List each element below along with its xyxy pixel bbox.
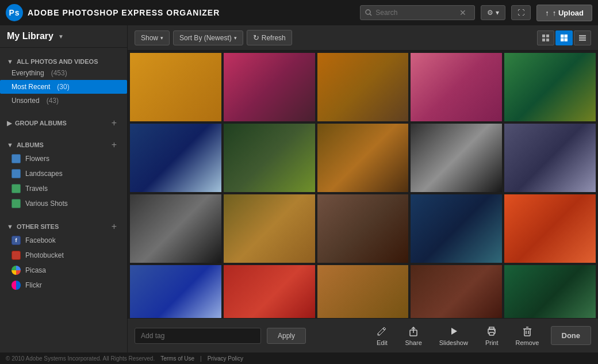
picasa-label: Picasa (25, 266, 46, 274)
show-label: Show (141, 34, 158, 42)
app-logo: Ps ADOBE PHOTOSHOP EXPRESS ORGANIZER (6, 4, 354, 21)
photo-cell[interactable] (130, 265, 221, 318)
photo-cell[interactable] (224, 124, 315, 192)
my-library-arrow: ▼ (58, 33, 64, 40)
photo-cell[interactable] (130, 53, 221, 121)
my-library-header[interactable]: My Library ▼ (0, 25, 127, 48)
photo-cell[interactable] (130, 124, 221, 192)
svg-rect-2 (542, 35, 545, 37)
apply-button[interactable]: Apply (267, 328, 306, 344)
albums-add-icon[interactable]: + (112, 140, 117, 150)
photo-cell[interactable] (317, 265, 409, 318)
other-sites-header[interactable]: ▼ OTHER SITES + (0, 218, 127, 233)
show-arrow-icon: ▾ (160, 35, 163, 41)
sidebar-item-flickr[interactable]: Flickr (0, 278, 127, 293)
all-photos-header[interactable]: ▼ ALL PHOTOS AND VIDEOS (0, 55, 127, 66)
edit-label: Edit (377, 339, 388, 346)
photo-cell[interactable] (224, 265, 315, 318)
main-area: My Library ▼ ▼ ALL PHOTOS AND VIDEOS Eve… (0, 25, 598, 352)
photo-cell[interactable] (411, 124, 502, 192)
photo-cell[interactable] (224, 194, 315, 263)
list-icon (578, 34, 586, 42)
sidebar-item-most-recent[interactable]: Most Recent (30) (0, 80, 127, 94)
svg-rect-3 (546, 35, 549, 37)
sidebar-item-flowers[interactable]: Flowers (0, 151, 127, 166)
sidebar-item-facebook[interactable]: f Facebook (0, 233, 127, 248)
tag-input[interactable] (135, 328, 261, 344)
refresh-label: Refresh (262, 34, 286, 42)
photo-cell[interactable] (317, 53, 409, 121)
unsorted-count: (43) (47, 97, 59, 105)
terms-link[interactable]: Terms of Use (160, 355, 194, 362)
photo-cell[interactable] (317, 124, 409, 192)
refresh-button[interactable]: ↻ Refresh (247, 30, 292, 45)
photo-cell[interactable] (130, 194, 221, 263)
svg-rect-9 (565, 38, 568, 41)
remove-icon (522, 325, 533, 337)
slideshow-action[interactable]: Slideshow (434, 323, 474, 348)
photo-cell[interactable] (504, 265, 596, 318)
search-icon (365, 9, 372, 16)
view-list-button[interactable] (574, 30, 591, 45)
photo-cell[interactable] (411, 53, 502, 121)
sidebar-item-unsorted[interactable]: Unsorted (43) (0, 94, 127, 108)
group-albums-header[interactable]: ▶ GROUP ALBUMS + (0, 114, 127, 129)
upload-icon: ↑ (545, 9, 549, 17)
sidebar-item-landscapes[interactable]: Landscapes (0, 166, 127, 181)
photo-cell[interactable] (224, 53, 315, 121)
everything-label: Everything (12, 69, 44, 77)
flickr-icon (12, 281, 21, 290)
print-label: Print (485, 339, 499, 346)
show-button[interactable]: Show ▾ (135, 30, 170, 45)
svg-rect-6 (561, 35, 564, 38)
sidebar-item-various-shots[interactable]: Various Shots (0, 196, 127, 211)
group-albums-add-icon[interactable]: + (112, 118, 117, 128)
photo-cell[interactable] (411, 194, 502, 263)
gear-button[interactable]: ⚙ ▾ (481, 5, 505, 20)
albums-section: ▼ ALBUMS + Flowers Landscapes Travels Va… (0, 136, 127, 211)
edit-action[interactable]: Edit (370, 323, 393, 348)
upload-button[interactable]: ↑ ↑ Upload (536, 5, 592, 21)
photo-cell[interactable] (504, 124, 596, 192)
remove-label: Remove (516, 339, 539, 346)
photo-cell[interactable] (504, 53, 596, 121)
sidebar-item-travels[interactable]: Travels (0, 181, 127, 196)
other-sites-section: ▼ OTHER SITES + f Facebook Photobucket P… (0, 218, 127, 293)
view-large-grid-button[interactable] (555, 30, 573, 45)
group-albums-label: GROUP ALBUMS (15, 120, 67, 127)
all-photos-label: ALL PHOTOS AND VIDEOS (17, 58, 98, 65)
svg-rect-4 (542, 39, 545, 41)
search-bar[interactable]: ✕ (360, 5, 475, 20)
svg-rect-10 (579, 35, 586, 37)
share-action[interactable]: Share (399, 323, 427, 348)
svg-line-13 (383, 328, 385, 330)
footer-separator: | (200, 355, 202, 362)
fullscreen-button[interactable]: ⛶ (511, 5, 531, 20)
sidebar-item-everything[interactable]: Everything (453) (0, 66, 127, 80)
photo-cell[interactable] (317, 194, 409, 263)
print-action[interactable]: Print (480, 323, 504, 348)
sidebar-item-picasa[interactable]: Picasa (0, 263, 127, 278)
photobucket-icon (12, 251, 21, 260)
toolbar: Show ▾ Sort By (Newest) ▾ ↻ Refresh (128, 25, 598, 51)
sort-button[interactable]: Sort By (Newest) ▾ (173, 30, 243, 45)
search-clear-icon[interactable]: ✕ (459, 8, 466, 17)
remove-action[interactable]: Remove (510, 323, 545, 348)
albums-title: ▼ ALBUMS (7, 141, 44, 148)
search-input[interactable] (375, 9, 456, 17)
sidebar-item-photobucket[interactable]: Photobucket (0, 248, 127, 263)
various-shots-label: Various Shots (25, 200, 68, 208)
upload-label: ↑ Upload (553, 9, 584, 17)
all-photos-section: ▼ ALL PHOTOS AND VIDEOS Everything (453)… (0, 55, 127, 108)
albums-header[interactable]: ▼ ALBUMS + (0, 136, 127, 151)
svg-rect-21 (524, 329, 530, 336)
sidebar: My Library ▼ ▼ ALL PHOTOS AND VIDEOS Eve… (0, 25, 128, 352)
photo-cell[interactable] (411, 265, 502, 318)
svg-rect-18 (489, 332, 494, 335)
photo-cell[interactable] (504, 194, 596, 263)
done-button[interactable]: Done (551, 326, 592, 345)
most-recent-count: (30) (57, 83, 69, 91)
privacy-link[interactable]: Privacy Policy (208, 355, 243, 362)
other-sites-add-icon[interactable]: + (112, 221, 117, 232)
view-small-grid-button[interactable] (537, 30, 554, 45)
